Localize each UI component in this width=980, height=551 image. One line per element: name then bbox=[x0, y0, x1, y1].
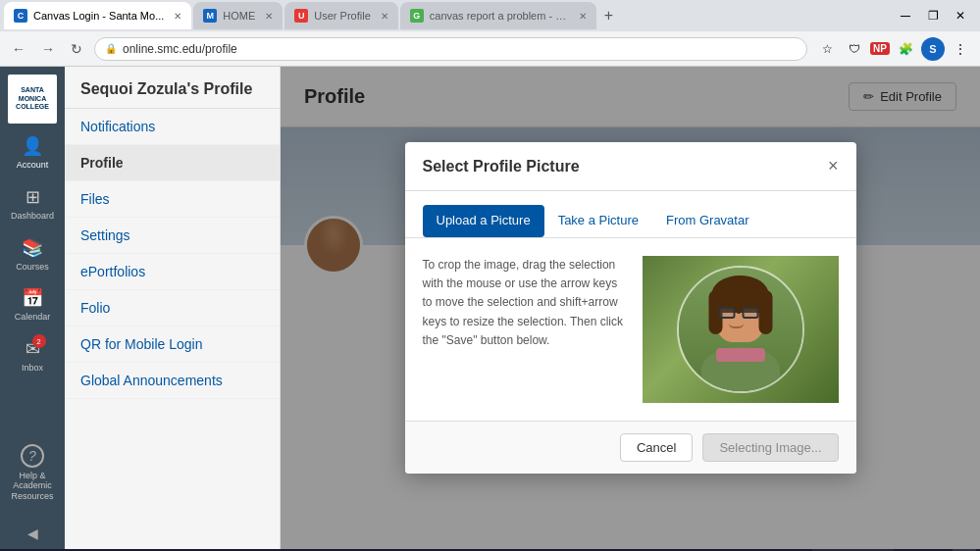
modal-image-area bbox=[643, 256, 839, 403]
tab-favicon: C bbox=[14, 9, 27, 23]
tab-from-gravatar[interactable]: From Gravatar bbox=[652, 205, 763, 237]
sidebar-item-label-inbox: Inbox bbox=[22, 363, 43, 374]
sidebar-item-help[interactable]: ? Help & Academic Resources bbox=[0, 436, 65, 510]
chrome-profile-button[interactable]: S bbox=[921, 37, 945, 61]
tab-close-btn[interactable]: ✕ bbox=[579, 11, 587, 22]
tab-close-btn[interactable]: ✕ bbox=[174, 11, 181, 22]
tab-label: canvas report a problem - Goog... bbox=[430, 10, 569, 22]
secondary-nav-files[interactable]: Files bbox=[65, 181, 280, 218]
sidebar-item-label-calendar: Calendar bbox=[15, 312, 51, 323]
tab-favicon: G bbox=[410, 9, 424, 23]
photo-circle-crop[interactable] bbox=[677, 266, 804, 393]
forward-button[interactable]: → bbox=[37, 39, 59, 59]
help-icon: ? bbox=[21, 444, 44, 468]
collapse-icon: ◀ bbox=[27, 526, 38, 541]
secondary-sidebar: Sequoi Zozula's Profile Notifications Pr… bbox=[65, 67, 281, 549]
menu-button[interactable]: ⋮ bbox=[949, 37, 972, 61]
inbox-badge: 2 bbox=[32, 334, 46, 348]
left-sidebar: SANTAMONICACOLLEGE 👤 Account ⊞ Dashboard… bbox=[0, 67, 65, 549]
calendar-icon: 📅 bbox=[22, 287, 43, 309]
modal-body: To crop the image, drag the selection wi… bbox=[405, 238, 856, 421]
reload-button[interactable]: ↻ bbox=[67, 39, 86, 59]
sidebar-item-dashboard[interactable]: ⊞ Dashboard bbox=[0, 178, 65, 229]
secondary-nav-qr[interactable]: QR for Mobile Login bbox=[65, 326, 280, 363]
tab-label: Canvas Login - Santa Mo... bbox=[33, 10, 164, 22]
tab-label: HOME bbox=[223, 10, 255, 22]
extensions-button[interactable]: 🧩 bbox=[894, 37, 917, 61]
selecting-image-button: Selecting Image... bbox=[702, 433, 838, 462]
inbox-icon: ✉ 2 bbox=[26, 338, 40, 360]
modal-close-button[interactable]: × bbox=[828, 156, 839, 176]
tab-take-picture[interactable]: Take a Picture bbox=[544, 205, 652, 237]
school-logo-text: SANTAMONICACOLLEGE bbox=[16, 86, 49, 111]
restore-button[interactable]: ❐ bbox=[921, 4, 945, 27]
sidebar-collapse-btn[interactable]: ◀ bbox=[0, 518, 65, 549]
tab-user-profile[interactable]: U User Profile ✕ bbox=[284, 2, 397, 29]
select-profile-picture-modal: Select Profile Picture × Upload a Pictur… bbox=[405, 142, 856, 474]
account-icon: 👤 bbox=[22, 135, 43, 157]
secondary-nav-settings[interactable]: Settings bbox=[65, 218, 280, 254]
browser-icons: ☆ 🛡 NP 🧩 S ⋮ bbox=[815, 37, 972, 61]
tab-google-search[interactable]: G canvas report a problem - Goog... ✕ bbox=[400, 2, 596, 29]
page: SANTAMONICACOLLEGE 👤 Account ⊞ Dashboard… bbox=[0, 67, 980, 549]
sidebar-item-courses[interactable]: 📚 Courses bbox=[0, 229, 65, 280]
sidebar-item-label-account: Account bbox=[17, 160, 49, 171]
tab-label: User Profile bbox=[314, 10, 370, 22]
courses-icon: 📚 bbox=[22, 237, 43, 259]
secondary-nav-global[interactable]: Global Announcements bbox=[65, 363, 280, 399]
sidebar-item-label-dashboard: Dashboard bbox=[11, 211, 54, 222]
secondary-nav-eportfolios[interactable]: ePortfolios bbox=[65, 254, 280, 290]
sidebar-item-label-courses: Courses bbox=[16, 262, 49, 273]
tab-favicon: M bbox=[203, 9, 217, 23]
new-tab-button[interactable]: + bbox=[598, 7, 619, 25]
sidebar-item-account[interactable]: 👤 Account bbox=[0, 127, 65, 178]
browser-chrome: C Canvas Login - Santa Mo... ✕ M HOME ✕ … bbox=[0, 0, 980, 67]
sidebar-item-inbox[interactable]: ✉ 2 Inbox bbox=[0, 330, 65, 381]
close-button[interactable]: ✕ bbox=[949, 4, 972, 27]
minimize-button[interactable]: ─ bbox=[894, 4, 917, 27]
tab-favicon: U bbox=[294, 9, 308, 23]
address-text: online.smc.edu/profile bbox=[123, 42, 237, 56]
cancel-button[interactable]: Cancel bbox=[620, 433, 693, 462]
main-content: Profile ✏ Edit Profile Select Profile Pi… bbox=[281, 67, 980, 549]
np-badge: NP bbox=[870, 42, 890, 55]
sidebar-item-calendar[interactable]: 📅 Calendar bbox=[0, 279, 65, 330]
secondary-nav-profile[interactable]: Profile bbox=[65, 145, 280, 181]
modal-overlay: Select Profile Picture × Upload a Pictur… bbox=[281, 67, 980, 549]
tab-close-btn[interactable]: ✕ bbox=[381, 11, 388, 22]
secondary-nav-header: Sequoi Zozula's Profile bbox=[65, 67, 280, 109]
modal-footer: Cancel Selecting Image... bbox=[405, 421, 856, 474]
tab-canvas-login[interactable]: C Canvas Login - Santa Mo... ✕ bbox=[4, 2, 191, 29]
modal-instructions: To crop the image, drag the selection wi… bbox=[423, 256, 627, 403]
tab-close-btn[interactable]: ✕ bbox=[265, 11, 273, 22]
secondary-nav-folio[interactable]: Folio bbox=[65, 290, 280, 326]
photo-preview bbox=[643, 256, 839, 403]
secondary-nav-notifications[interactable]: Notifications bbox=[65, 109, 280, 145]
back-button[interactable]: ← bbox=[8, 39, 29, 59]
tab-bar: C Canvas Login - Santa Mo... ✕ M HOME ✕ … bbox=[0, 0, 980, 31]
modal-title: Select Profile Picture bbox=[423, 158, 580, 175]
dashboard-icon: ⊞ bbox=[26, 186, 40, 208]
address-bar[interactable]: 🔒 online.smc.edu/profile bbox=[94, 37, 807, 61]
sidebar-item-label-help: Help & Academic Resources bbox=[4, 471, 61, 502]
bookmark-button[interactable]: ☆ bbox=[815, 37, 839, 61]
lock-icon: 🔒 bbox=[105, 43, 117, 54]
tab-upload-picture[interactable]: Upload a Picture bbox=[423, 205, 544, 237]
tab-home[interactable]: M HOME ✕ bbox=[193, 2, 283, 29]
modal-tabs: Upload a Picture Take a Picture From Gra… bbox=[405, 191, 856, 238]
school-logo[interactable]: SANTAMONICACOLLEGE bbox=[8, 75, 57, 124]
browser-toolbar: ← → ↻ 🔒 online.smc.edu/profile ☆ 🛡 NP 🧩 … bbox=[0, 31, 980, 67]
profile-circle-button[interactable]: 🛡 bbox=[843, 37, 866, 61]
modal-header: Select Profile Picture × bbox=[405, 142, 856, 191]
